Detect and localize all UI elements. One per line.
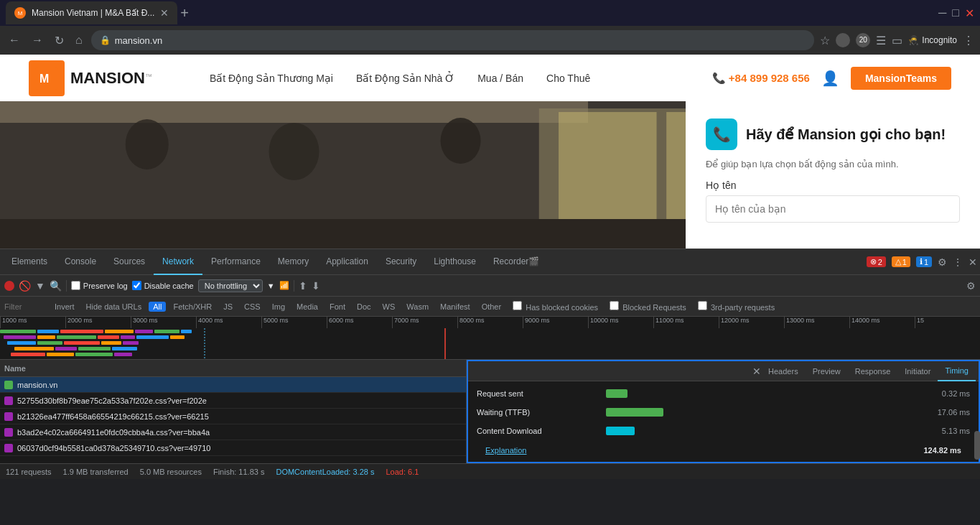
tab-initiator[interactable]: Initiator: [897, 361, 938, 381]
window-close-button[interactable]: ✕: [965, 6, 974, 20]
disable-cache-checkbox[interactable]: [132, 281, 141, 290]
explanation-link[interactable]: Explanation: [477, 443, 536, 457]
tab-performance[interactable]: Performance: [202, 249, 269, 275]
close-devtools-icon[interactable]: ✕: [969, 256, 977, 268]
transferred-size: 1.9 MB transferred: [63, 468, 129, 476]
tab-console[interactable]: Console: [56, 249, 105, 275]
close-details-button[interactable]: ✕: [752, 366, 761, 377]
new-tab-button[interactable]: +: [180, 5, 189, 22]
filter-input[interactable]: [4, 302, 47, 311]
request-item[interactable]: b21326ea477ff6458a66554219c66215.css?ver…: [0, 409, 466, 424]
tab-timing[interactable]: Timing: [938, 361, 976, 381]
request-item[interactable]: b3ad2e4c02ca6664911e0fdc09cbba4a.css?ver…: [0, 424, 466, 440]
nav-item-residential[interactable]: Bất Động Sản Nhà Ở: [356, 73, 454, 84]
tab-lighthouse[interactable]: Lighthouse: [425, 249, 485, 275]
timing-label-request-sent: Request sent: [477, 389, 606, 398]
filter-all-button[interactable]: All: [149, 302, 166, 312]
preserve-log-checkbox[interactable]: [71, 281, 80, 290]
timing-bar-area: [606, 389, 920, 398]
req-type-icon: [4, 428, 13, 437]
home-button[interactable]: ⌂: [73, 31, 85, 50]
tab-memory[interactable]: Memory: [269, 249, 317, 275]
menu-button[interactable]: ⋮: [963, 34, 974, 47]
tab-network[interactable]: Network: [154, 249, 202, 275]
svg-rect-20: [37, 335, 55, 339]
tick-1000: 1000 ms: [0, 317, 65, 328]
maximize-button[interactable]: □: [952, 6, 959, 20]
cta-button[interactable]: MansionTeams: [851, 67, 951, 90]
filter-fetch-xhr[interactable]: Fetch/XHR: [169, 302, 216, 312]
third-party-check[interactable]: 3rd-party requests: [694, 300, 779, 312]
request-item[interactable]: 52755d30bf8b79eae75c2a533a7f202e.css?ver…: [0, 393, 466, 409]
url-bar[interactable]: 🔒 mansion.vn: [91, 30, 815, 50]
extension-icon-1[interactable]: [836, 33, 850, 47]
settings-icon[interactable]: ⚙: [938, 256, 947, 268]
svg-rect-38: [114, 353, 132, 356]
filter-media[interactable]: Media: [292, 302, 322, 312]
tab-headers[interactable]: Headers: [761, 361, 806, 381]
hide-data-urls-button[interactable]: Hide data URLs: [82, 302, 146, 312]
nav-item-rent[interactable]: Cho Thuê: [546, 73, 590, 84]
more-options-icon[interactable]: ⋮: [953, 256, 963, 268]
record-button[interactable]: [4, 281, 14, 291]
search-icon[interactable]: 🔍: [50, 280, 62, 292]
svg-rect-34: [112, 347, 137, 350]
tick-9000: 9000 ms: [523, 317, 588, 328]
filter-js[interactable]: JS: [219, 302, 237, 312]
forward-button[interactable]: →: [29, 31, 46, 50]
active-tab[interactable]: M Mansion Vietnam | M&A Bất Đ... ✕: [6, 1, 177, 24]
tab-application[interactable]: Application: [317, 249, 377, 275]
filter-icon[interactable]: ▼: [35, 280, 45, 292]
network-settings-icon[interactable]: ⚙: [966, 280, 976, 292]
import-icon[interactable]: ⬆: [299, 280, 307, 292]
filter-other[interactable]: Other: [477, 302, 506, 312]
filter-ws[interactable]: WS: [378, 302, 400, 312]
req-type-icon: [4, 396, 13, 405]
request-list: mansion.vn 52755d30bf8b79eae75c2a533a7f2…: [0, 377, 466, 463]
minimize-button[interactable]: ─: [938, 6, 946, 20]
cast-icon[interactable]: ▭: [892, 34, 902, 47]
blocked-cookies-checkbox[interactable]: [513, 301, 522, 310]
req-type-icon: [4, 444, 13, 452]
phone-number[interactable]: 📞 +84 899 928 656: [712, 72, 810, 85]
stop-button[interactable]: 🚫: [19, 280, 31, 292]
has-blocked-cookies-check[interactable]: Has blocked cookies: [508, 300, 602, 312]
browser-toolbar-right: ☆ 20 ☰ ▭ 🥷 Incognito ⋮: [820, 33, 974, 47]
filter-doc[interactable]: Doc: [353, 302, 375, 312]
export-icon[interactable]: ⬇: [312, 280, 320, 292]
filter-manifest[interactable]: Manifest: [436, 302, 475, 312]
blocked-requests-checkbox[interactable]: [610, 301, 619, 310]
tab-recorder[interactable]: Recorder 🎬: [485, 249, 548, 275]
throttle-select[interactable]: No throttling: [198, 279, 263, 292]
tab-security[interactable]: Security: [377, 249, 425, 275]
disable-cache-label[interactable]: Disable cache: [132, 281, 194, 290]
name-input[interactable]: [706, 195, 960, 223]
tab-close-button[interactable]: ✕: [160, 7, 169, 19]
third-party-checkbox[interactable]: [698, 301, 707, 310]
reload-button[interactable]: ↻: [52, 31, 67, 50]
tab-preview[interactable]: Preview: [806, 361, 848, 381]
account-icon[interactable]: 👤: [821, 70, 839, 87]
bookmark-icon[interactable]: ☆: [820, 34, 830, 47]
request-item[interactable]: 06037d0cf94b5581ca0d378a25349710.css?ver…: [0, 440, 466, 456]
tick-6000: 6000 ms: [327, 317, 392, 328]
blocked-requests-check[interactable]: Blocked Requests: [605, 300, 691, 312]
tab-sources[interactable]: Sources: [105, 249, 154, 275]
request-item[interactable]: mansion.vn: [0, 377, 466, 393]
tick-2000: 2000 ms: [65, 317, 131, 328]
tab-response[interactable]: Response: [848, 361, 898, 381]
tab-elements[interactable]: Elements: [3, 249, 56, 275]
back-button[interactable]: ←: [6, 31, 23, 50]
filter-wasm[interactable]: Wasm: [402, 302, 433, 312]
extension-icon-2[interactable]: 20: [856, 33, 870, 47]
nav-item-buy-sell[interactable]: Mua / Bán: [477, 73, 523, 84]
extensions-icon[interactable]: ☰: [876, 34, 886, 47]
filter-font[interactable]: Font: [325, 302, 350, 312]
preserve-log-label[interactable]: Preserve log: [71, 281, 128, 290]
filter-css[interactable]: CSS: [240, 302, 265, 312]
svg-rect-33: [78, 347, 111, 350]
invert-button[interactable]: Invert: [50, 302, 79, 312]
filter-img[interactable]: Img: [268, 302, 289, 312]
nav-item-commercial[interactable]: Bất Động Sản Thương Mại: [210, 73, 333, 84]
address-bar: ← → ↻ ⌂ 🔒 mansion.vn ☆ 20 ☰ ▭ 🥷 Incognit…: [0, 26, 980, 55]
